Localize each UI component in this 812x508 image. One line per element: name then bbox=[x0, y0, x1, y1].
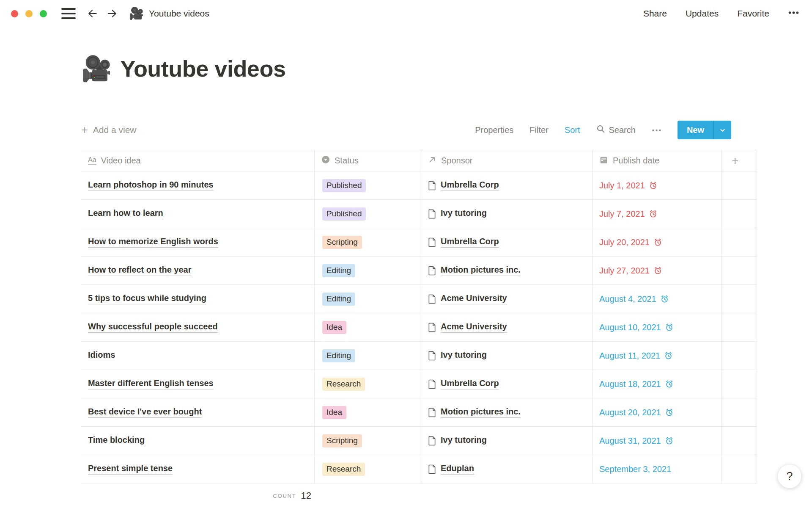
cell-publish-date[interactable]: August 4, 2021 bbox=[593, 285, 721, 313]
updates-button[interactable]: Updates bbox=[686, 8, 719, 19]
help-button[interactable]: ? bbox=[777, 464, 802, 489]
cell-sponsor[interactable]: Acme University bbox=[421, 313, 593, 341]
cell-status[interactable]: Scripting bbox=[315, 228, 421, 256]
column-header-status[interactable]: Status bbox=[315, 150, 421, 171]
cell-status[interactable]: Idea bbox=[315, 398, 421, 426]
video-idea-link[interactable]: Idioms bbox=[88, 350, 115, 361]
cell-sponsor[interactable]: Ivy tutoring bbox=[421, 200, 593, 228]
column-header-video-idea[interactable]: Aa Video idea bbox=[81, 150, 315, 171]
status-pill[interactable]: Editing bbox=[322, 293, 355, 306]
status-pill[interactable]: Editing bbox=[322, 349, 355, 362]
video-idea-link[interactable]: Why successful people succeed bbox=[88, 322, 218, 333]
cell-sponsor[interactable]: Umbrella Corp bbox=[421, 370, 593, 398]
cell-sponsor[interactable]: Motion pictures inc. bbox=[421, 398, 593, 426]
share-button[interactable]: Share bbox=[643, 8, 667, 19]
close-window-button[interactable] bbox=[11, 10, 18, 17]
status-pill[interactable]: Published bbox=[322, 207, 366, 221]
cell-sponsor[interactable]: Ivy tutoring bbox=[421, 427, 593, 455]
cell-publish-date[interactable]: July 7, 2021 bbox=[593, 200, 721, 228]
favorite-button[interactable]: Favorite bbox=[737, 8, 769, 19]
status-pill[interactable]: Idea bbox=[322, 406, 346, 419]
page-title[interactable]: Youtube videos bbox=[120, 55, 285, 82]
cell-publish-date[interactable]: July 20, 2021 bbox=[593, 228, 721, 256]
new-button-label[interactable]: New bbox=[678, 121, 713, 139]
cell-status[interactable]: Editing bbox=[315, 342, 421, 370]
sponsor-link[interactable]: Ivy tutoring bbox=[441, 350, 487, 361]
sponsor-link[interactable]: Umbrella Corp bbox=[441, 237, 499, 248]
status-pill[interactable]: Research bbox=[322, 378, 365, 391]
properties-button[interactable]: Properties bbox=[475, 125, 513, 135]
status-pill[interactable]: Research bbox=[322, 463, 365, 476]
sponsor-link[interactable]: Acme University bbox=[441, 322, 507, 333]
video-idea-link[interactable]: Learn photoshop in 90 minutes bbox=[88, 180, 214, 191]
video-idea-link[interactable]: How to reflect on the year bbox=[88, 265, 192, 276]
cell-publish-date[interactable]: July 27, 2021 bbox=[593, 257, 721, 284]
forward-arrow-icon[interactable] bbox=[106, 8, 118, 19]
video-idea-link[interactable]: Learn how to learn bbox=[88, 208, 163, 219]
sponsor-link[interactable]: Umbrella Corp bbox=[441, 378, 499, 389]
cell-video-idea[interactable]: 5 tips to focus while studying bbox=[81, 285, 315, 313]
add-column-button[interactable]: + bbox=[721, 150, 757, 171]
status-pill[interactable]: Scripting bbox=[322, 236, 362, 249]
cell-sponsor[interactable]: Acme University bbox=[421, 285, 593, 313]
search-button[interactable]: Search bbox=[596, 124, 636, 135]
cell-publish-date[interactable]: July 1, 2021 bbox=[593, 171, 721, 199]
cell-status[interactable]: Editing bbox=[315, 257, 421, 284]
sponsor-link[interactable]: Umbrella Corp bbox=[441, 180, 499, 191]
status-pill[interactable]: Editing bbox=[322, 264, 355, 277]
cell-status[interactable]: Scripting bbox=[315, 427, 421, 455]
cell-status[interactable]: Published bbox=[315, 171, 421, 199]
cell-video-idea[interactable]: Best device I've ever bought bbox=[81, 398, 315, 426]
status-pill[interactable]: Idea bbox=[322, 321, 346, 334]
video-idea-link[interactable]: Master different English tenses bbox=[88, 378, 214, 389]
add-view-button[interactable]: + Add a view bbox=[81, 124, 137, 136]
cell-status[interactable]: Editing bbox=[315, 285, 421, 313]
cell-sponsor[interactable]: Motion pictures inc. bbox=[421, 257, 593, 284]
cell-publish-date[interactable]: August 10, 2021 bbox=[593, 313, 721, 341]
sponsor-link[interactable]: Acme University bbox=[441, 293, 507, 304]
cell-sponsor[interactable]: Eduplan bbox=[421, 455, 593, 483]
sponsor-link[interactable]: Eduplan bbox=[441, 464, 474, 475]
sponsor-link[interactable]: Ivy tutoring bbox=[441, 435, 487, 446]
cell-publish-date[interactable]: August 31, 2021 bbox=[593, 427, 721, 455]
cell-status[interactable]: Research bbox=[315, 370, 421, 398]
cell-video-idea[interactable]: Master different English tenses bbox=[81, 370, 315, 398]
cell-video-idea[interactable]: How to reflect on the year bbox=[81, 257, 315, 284]
sort-button[interactable]: Sort bbox=[565, 125, 580, 135]
video-idea-link[interactable]: 5 tips to focus while studying bbox=[88, 293, 206, 304]
sponsor-link[interactable]: Motion pictures inc. bbox=[441, 265, 521, 276]
cell-video-idea[interactable]: Time blocking bbox=[81, 427, 315, 455]
cell-sponsor[interactable]: Umbrella Corp bbox=[421, 228, 593, 256]
sponsor-link[interactable]: Ivy tutoring bbox=[441, 208, 487, 219]
cell-publish-date[interactable]: August 20, 2021 bbox=[593, 398, 721, 426]
page-emoji-movie-camera[interactable]: 🎥 bbox=[81, 56, 112, 81]
cell-video-idea[interactable]: Idioms bbox=[81, 342, 315, 370]
column-header-sponsor[interactable]: Sponsor bbox=[421, 150, 593, 171]
more-options-icon[interactable] bbox=[788, 7, 799, 20]
cell-video-idea[interactable]: Learn photoshop in 90 minutes bbox=[81, 171, 315, 199]
chevron-down-icon[interactable] bbox=[713, 121, 731, 139]
count-aggregate[interactable]: COUNT 12 bbox=[81, 483, 315, 508]
column-header-publish-date[interactable]: Publish date bbox=[593, 150, 721, 171]
cell-video-idea[interactable]: Present simple tense bbox=[81, 455, 315, 483]
cell-video-idea[interactable]: Why successful people succeed bbox=[81, 313, 315, 341]
cell-video-idea[interactable]: Learn how to learn bbox=[81, 200, 315, 228]
video-idea-link[interactable]: Time blocking bbox=[88, 435, 145, 446]
breadcrumb[interactable]: 🎥 Youtube videos bbox=[129, 8, 209, 19]
cell-sponsor[interactable]: Umbrella Corp bbox=[421, 171, 593, 199]
video-idea-link[interactable]: How to memorize English words bbox=[88, 237, 218, 248]
cell-status[interactable]: Idea bbox=[315, 313, 421, 341]
status-pill[interactable]: Published bbox=[322, 179, 366, 192]
sidebar-menu-icon[interactable] bbox=[61, 8, 76, 19]
minimize-window-button[interactable] bbox=[25, 10, 33, 17]
cell-publish-date[interactable]: August 11, 2021 bbox=[593, 342, 721, 370]
sponsor-link[interactable]: Motion pictures inc. bbox=[441, 407, 521, 418]
toolbar-more-icon[interactable] bbox=[652, 125, 661, 135]
cell-publish-date[interactable]: August 18, 2021 bbox=[593, 370, 721, 398]
filter-button[interactable]: Filter bbox=[529, 125, 548, 135]
status-pill[interactable]: Scripting bbox=[322, 434, 362, 447]
video-idea-link[interactable]: Best device I've ever bought bbox=[88, 407, 202, 418]
zoom-window-button[interactable] bbox=[40, 10, 47, 17]
cell-status[interactable]: Published bbox=[315, 200, 421, 228]
cell-status[interactable]: Research bbox=[315, 455, 421, 483]
